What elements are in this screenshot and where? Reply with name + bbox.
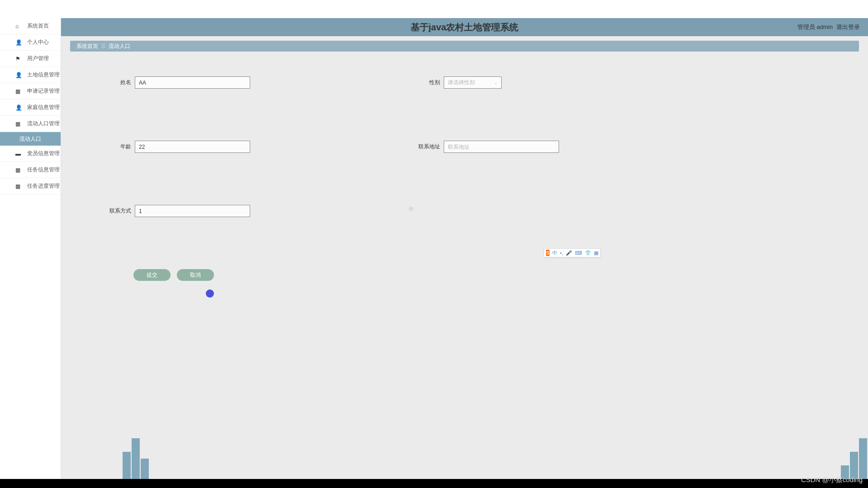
content-area: 基于java农村土地管理系统 管理员 admin 退出登录 系统首页 ☰ 流动人… (61, 18, 868, 479)
sidebar-item-label: 用户管理 (27, 55, 49, 62)
grid-icon: ▦ (15, 167, 24, 173)
sidebar-item-label: 家庭信息管理 (27, 104, 60, 111)
cursor-indicator (206, 289, 214, 298)
ime-menu-icon[interactable]: ▦ (594, 250, 598, 256)
sidebar-item-users[interactable]: ⚑ 用户管理 (0, 51, 61, 67)
sidebar-item-label: 流动人口管理 (27, 120, 60, 128)
contact-label: 联系方式 (104, 207, 131, 215)
gender-label: 性别 (413, 79, 440, 86)
watermark: CSDN @小蔡coding (801, 476, 863, 484)
breadcrumb-home[interactable]: 系统首页 (76, 43, 98, 50)
submit-button[interactable]: 提交 (133, 269, 171, 281)
add-icon[interactable]: ⊕ (408, 205, 414, 217)
sidebar-item-label: 土地信息管理 (27, 71, 60, 79)
bottom-strip (0, 479, 868, 488)
ime-toolbar[interactable]: S 中 •, 🎤 ⌨ 👕 ▦ (544, 248, 601, 257)
grid-icon: ▦ (15, 121, 24, 127)
cancel-button[interactable]: 取消 (177, 269, 214, 281)
role-label: 管理员 admin (797, 23, 833, 31)
chat-icon: ▬ (15, 151, 24, 157)
ime-mic-icon[interactable]: 🎤 (566, 250, 572, 256)
breadcrumb-current: 流动人口 (109, 43, 130, 50)
sidebar-item-label: 任务信息管理 (27, 166, 60, 174)
home-icon: ⌂ (15, 23, 24, 29)
decoration-buildings-right (841, 434, 868, 479)
sidebar-item-label: 系统首页 (27, 22, 49, 30)
breadcrumb: 系统首页 ☰ 流动人口 (70, 41, 859, 52)
page-title: 基于java农村土地管理系统 (411, 21, 519, 33)
address-label: 联系地址 (413, 143, 440, 151)
ime-lang[interactable]: 中 (552, 250, 557, 256)
ime-keyboard-icon[interactable]: ⌨ (575, 250, 582, 256)
sidebar-item-apply[interactable]: ▦ 申请记录管理 (0, 83, 61, 99)
sidebar-item-label: 申请记录管理 (27, 87, 60, 95)
address-input[interactable] (444, 141, 559, 153)
form-area: 姓名 性别 请选择性别 ⌄ 年龄 (70, 52, 859, 290)
user-icon: 👤 (15, 104, 24, 111)
ime-skin-icon[interactable]: 👕 (585, 250, 591, 256)
user-icon: 👤 (15, 39, 24, 46)
sidebar-item-land[interactable]: 👤 土地信息管理 (0, 67, 61, 83)
ime-punct-icon[interactable]: •, (560, 250, 563, 256)
age-label: 年龄 (104, 143, 131, 151)
chevron-down-icon: ⌄ (494, 80, 498, 85)
logout-link[interactable]: 退出登录 (836, 23, 860, 31)
sidebar-item-task-progress[interactable]: ▦ 任务进度管理 (0, 178, 61, 194)
decoration-buildings-left (122, 434, 149, 479)
grid-icon: ▦ (15, 88, 24, 95)
age-input[interactable] (135, 141, 250, 153)
gender-select[interactable]: 请选择性别 ⌄ (444, 76, 502, 89)
user-icon: 👤 (15, 72, 24, 78)
sidebar-subitem-floating-population[interactable]: 流动人口 (0, 132, 61, 146)
sogou-logo-icon: S (546, 250, 550, 256)
contact-input[interactable] (135, 205, 250, 217)
sidebar-item-label: 党员信息管理 (27, 150, 60, 157)
gender-placeholder: 请选择性别 (448, 79, 475, 86)
sidebar-item-profile[interactable]: 👤 个人中心 (0, 34, 61, 51)
grid-icon: ▦ (15, 183, 24, 190)
sidebar-item-family[interactable]: 👤 家庭信息管理 (0, 99, 61, 116)
sidebar-item-floating[interactable]: ▦ 流动人口管理 (0, 116, 61, 132)
sidebar-item-home[interactable]: ⌂ 系统首页 (0, 18, 61, 34)
sidebar-item-label: 个人中心 (27, 38, 49, 46)
sidebar-item-label: 流动人口 (19, 135, 41, 143)
sidebar-item-party[interactable]: ▬ 党员信息管理 (0, 146, 61, 162)
sidebar-item-task-info[interactable]: ▦ 任务信息管理 (0, 162, 61, 178)
header-bar: 基于java农村土地管理系统 管理员 admin 退出登录 (61, 18, 868, 36)
name-label: 姓名 (104, 79, 131, 86)
sidebar-item-label: 任务进度管理 (27, 182, 60, 190)
sidebar: ⌂ 系统首页 👤 个人中心 ⚑ 用户管理 👤 土地信息管理 ▦ 申请记录管理 👤… (0, 18, 61, 479)
breadcrumb-separator: ☰ (101, 43, 106, 49)
name-input[interactable] (135, 76, 250, 89)
flag-icon: ⚑ (15, 56, 24, 62)
